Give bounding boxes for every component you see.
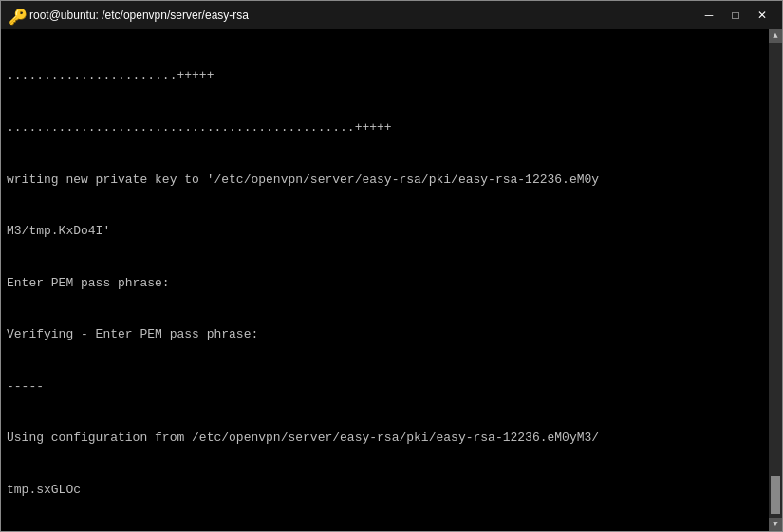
minimize-button[interactable]: ─ <box>697 6 721 25</box>
terminal-line: Using configuration from /etc/openvpn/se… <box>7 430 776 447</box>
terminal-body[interactable]: .......................+++++ ...........… <box>1 29 782 531</box>
title-bar: 🔑 root@ubuntu: /etc/openvpn/server/easy-… <box>1 1 782 29</box>
scrollbar[interactable]: ▲ ▼ <box>769 29 782 531</box>
maximize-button[interactable]: □ <box>723 6 748 25</box>
terminal-line: ........................................… <box>7 119 776 137</box>
scroll-up-button[interactable]: ▲ <box>769 29 782 43</box>
terminal-content: .......................+++++ ...........… <box>7 33 776 531</box>
window-controls: ─ □ ✕ <box>697 6 774 25</box>
terminal-line: tmp.sxGLOc <box>7 482 776 499</box>
terminal-line: Enter PEM pass phrase: <box>7 275 776 292</box>
terminal-line: M3/tmp.KxDo4I' <box>7 223 776 240</box>
terminal-line: writing new private key to '/etc/openvpn… <box>7 172 776 189</box>
terminal-window: 🔑 root@ubuntu: /etc/openvpn/server/easy-… <box>0 0 783 532</box>
scroll-down-button[interactable]: ▼ <box>769 518 782 531</box>
terminal-line: ----- <box>7 378 776 395</box>
title-bar-left: 🔑 root@ubuntu: /etc/openvpn/server/easy-… <box>9 8 249 23</box>
window-icon: 🔑 <box>9 8 24 23</box>
scrollbar-thumb[interactable] <box>771 476 780 514</box>
terminal-line: Verifying - Enter PEM pass phrase: <box>7 326 776 343</box>
window-title: root@ubuntu: /etc/openvpn/server/easy-rs… <box>29 9 249 22</box>
close-button[interactable]: ✕ <box>750 6 774 25</box>
terminal-line: .......................+++++ <box>7 67 776 84</box>
